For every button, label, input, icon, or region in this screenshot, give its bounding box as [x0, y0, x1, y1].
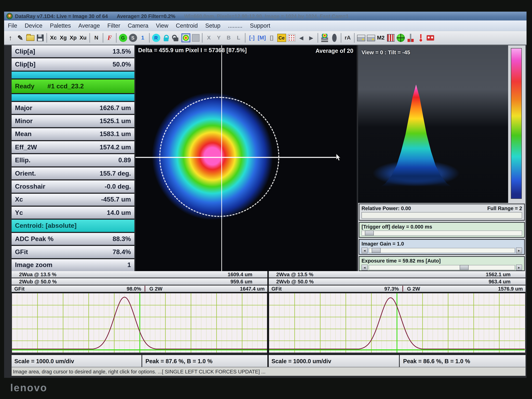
sidebar-row-centroid-absolute[interactable]: Centroid: [absolute] — [12, 220, 134, 232]
sidebar-row-major[interactable]: Major1626.7 um — [12, 102, 134, 114]
ra-button[interactable]: rA — [343, 33, 353, 43]
roi-h-icon[interactable]: [-] — [247, 33, 257, 43]
toolbar-separator — [202, 33, 203, 43]
row-value: 1626.7 um — [100, 104, 131, 112]
exposure-decrease-button[interactable]: ◄ — [361, 265, 368, 270]
ce-button[interactable]: Ce — [277, 33, 286, 43]
xp-button[interactable]: Xp — [68, 33, 78, 43]
relative-power-bar — [361, 212, 522, 219]
thermometer-icon[interactable] — [415, 33, 425, 43]
menu-item-device[interactable]: Device — [25, 22, 43, 29]
sidebar-row-gfit[interactable]: GFit78.4% — [12, 246, 134, 258]
beam-image-view[interactable]: Delta = 455.9 um Pixel I = 57368 [87.5%]… — [135, 45, 357, 271]
sidebar-row-orient[interactable]: Orient.155.7 deg. — [12, 167, 134, 179]
v-width-row-a: 2Wva @ 13.5 % 1562.1 um — [269, 271, 526, 278]
gain-increase-button[interactable]: ► — [516, 247, 522, 253]
dot-grid-icon[interactable] — [286, 33, 296, 43]
sidebar-row-yc[interactable]: Yc14.0 um — [12, 207, 134, 219]
row-label: Centroid: [absolute] — [15, 222, 76, 229]
row-label: Ready — [15, 82, 34, 90]
menu-item-[interactable]: ......... — [228, 22, 242, 29]
up-arrow-icon[interactable]: ↑ — [6, 33, 15, 43]
table-icon[interactable] — [386, 33, 396, 43]
sidebar-row-xc[interactable]: Xc-455.7 um — [12, 194, 134, 206]
next-image-icon[interactable]: ► — [306, 33, 316, 43]
f-button[interactable]: F — [105, 33, 114, 43]
menu-item-palettes[interactable]: Palettes — [50, 22, 71, 29]
crosshair-vertical[interactable] — [221, 45, 222, 271]
sidebar-row-adc-peak[interactable]: ADC Peak %88.3% — [12, 233, 134, 245]
m2-button[interactable]: M2 — [376, 33, 386, 43]
row-value: 1583.1 um — [100, 130, 131, 138]
menu-item-support[interactable]: Support — [250, 22, 270, 29]
bullseye-icon[interactable] — [181, 33, 190, 43]
prev-image-icon[interactable]: ◄ — [296, 33, 306, 43]
lock-open-icon[interactable] — [171, 33, 181, 43]
lens-icon[interactable] — [329, 33, 339, 43]
menu-item-centroid[interactable]: Centroid — [176, 22, 198, 29]
imager-gain-thumb[interactable] — [372, 248, 380, 253]
menu-item-file[interactable]: File — [8, 22, 17, 29]
menu-item-average[interactable]: Average — [78, 22, 100, 29]
save-icon[interactable] — [35, 33, 45, 43]
sidebar-row-ready[interactable]: Ready#1 ccd_23.2 — [12, 79, 134, 93]
open-folder-icon[interactable] — [25, 33, 35, 43]
u-profile-chart — [12, 293, 267, 353]
swatch-icon[interactable] — [191, 33, 201, 43]
u-profile-header: 2Wua @ 13.5 % 1609.4 um 2Wub @ 50.0 % 95… — [12, 271, 267, 293]
u-peak-readout: Peak = 87.6 %, B = 1.0 % — [142, 355, 267, 368]
crosshair-horizontal[interactable] — [135, 157, 337, 158]
lock-closed-icon[interactable] — [161, 33, 171, 43]
xu-button[interactable]: Xu — [78, 33, 88, 43]
sidebar-row-ellip[interactable]: Ellip.0.89 — [12, 154, 134, 166]
tool-icon[interactable] — [405, 33, 415, 43]
exposure-time-thumb[interactable] — [460, 265, 469, 270]
window-title-info: Wl=660.0nm, Pixels=12.90:12.90, Image = … — [184, 13, 348, 19]
s-button[interactable]: S — [128, 33, 138, 43]
sidebar-row-eff-2w[interactable]: Eff_2W1574.2 um — [12, 141, 134, 153]
print-icon[interactable] — [356, 33, 366, 43]
sidebar-row-image-zoom[interactable]: Image zoom1 — [12, 259, 134, 271]
title-bar[interactable]: DataRay v7.1D4: Live = Image 30 of 64 Av… — [4, 12, 526, 20]
camera-icon[interactable] — [425, 33, 435, 43]
print-preview-icon[interactable] — [366, 33, 376, 43]
sidebar-row-minor[interactable]: Minor1525.1 um — [12, 115, 134, 127]
target-profile-icon[interactable] — [320, 33, 329, 43]
menu-item-setup[interactable]: Setup — [205, 22, 221, 29]
menu-item-camera[interactable]: Camera — [128, 22, 148, 29]
l-button[interactable]: L — [234, 33, 243, 43]
y-axis-button[interactable]: Y — [214, 33, 224, 43]
exposure-increase-button[interactable]: ► — [516, 265, 522, 270]
v-scale-button[interactable]: Scale = 1000.0 um/div — [269, 355, 400, 368]
r-button[interactable]: R — [151, 33, 161, 43]
pencil-icon[interactable]: ✎ — [15, 33, 25, 43]
menu-item-filter[interactable]: Filter — [108, 22, 120, 29]
x-axis-button[interactable]: X — [204, 33, 214, 43]
sidebar-row-clip-a[interactable]: Clip[a]13.5% — [12, 45, 134, 57]
sidebar-row-clip-b[interactable]: Clip[b]50.0% — [12, 58, 134, 70]
u-scale-button[interactable]: Scale = 1000.0 um/div — [12, 355, 142, 368]
g-button[interactable]: G — [118, 33, 128, 43]
roi-off-icon[interactable]: [] — [267, 33, 277, 43]
n-button[interactable]: N — [91, 33, 101, 43]
trigger-delay-slider[interactable] — [361, 231, 522, 236]
sidebar-row-crosshair[interactable]: Crosshair-0.0 deg. — [12, 180, 134, 192]
xc-button[interactable]: Xc — [49, 33, 58, 43]
sphere-icon[interactable] — [396, 33, 405, 43]
one-button[interactable]: 1 — [138, 33, 148, 43]
profile-3d-view[interactable]: View = 0 : Tilt = -45 — [358, 45, 508, 203]
row-value: 78.4% — [113, 248, 131, 256]
gain-decrease-button[interactable]: ◄ — [361, 247, 368, 253]
xg-button[interactable]: Xg — [58, 33, 68, 43]
b-button[interactable]: B — [224, 33, 234, 43]
imager-gain-slider[interactable] — [369, 248, 515, 253]
trigger-delay-thumb[interactable] — [365, 231, 374, 236]
row-value: 0.89 — [118, 157, 131, 164]
menu-item-view[interactable]: View — [156, 22, 168, 29]
v-profile-chart — [269, 293, 526, 353]
exposure-time-slider[interactable] — [369, 265, 515, 270]
row-label: Eff_2W — [15, 144, 37, 151]
sidebar-row-mean[interactable]: Mean1583.1 um — [12, 128, 134, 140]
row-value: 88.3% — [113, 235, 131, 243]
roi-m-icon[interactable]: [M] — [257, 33, 267, 43]
